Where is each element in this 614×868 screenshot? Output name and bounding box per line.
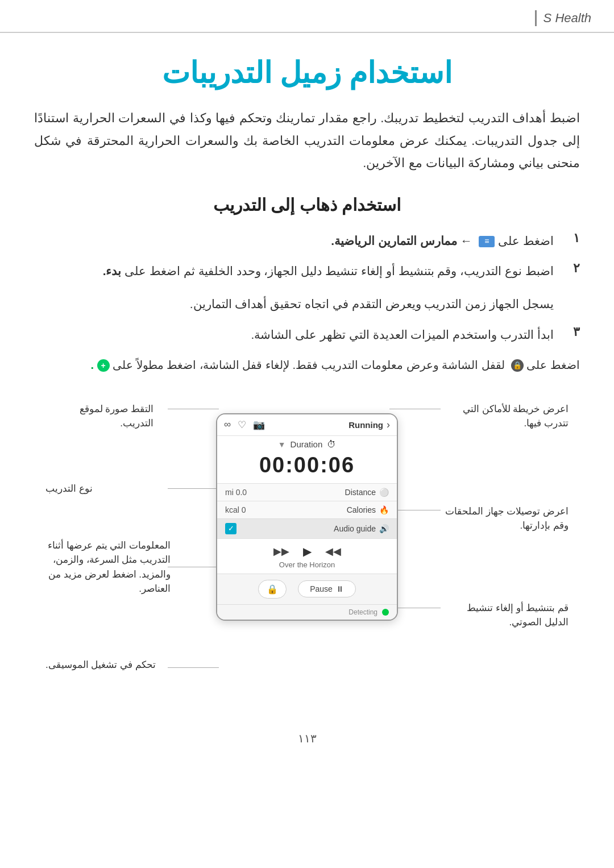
audio-guide-row: 🔊 Audio guide ✓ — [217, 518, 397, 538]
step-2: ٢ اضبط نوع التدريب، وقم بتنشيط أو إلغاء … — [34, 261, 580, 314]
line-left-music — [168, 667, 219, 668]
step-1-text: اضغط على ← ممارس التمارين الرياضية. — [331, 231, 554, 251]
page-number: ١١٣ — [34, 720, 580, 751]
lock-button[interactable]: 🔒 — [258, 580, 287, 599]
annotation-right-check: قم بتنشيط أو إلغاء تنشيط الدليل الصوتي. — [455, 601, 569, 630]
annotation-right-mid: اعرض توصيلات جهاز الملحقات وقم بإدارتها. — [438, 504, 569, 533]
audio-label: 🔊 Audio guide — [334, 524, 389, 533]
diagram-area: اعرض خريطة للأماكن التي تتدرب فيها. اعرض… — [34, 391, 580, 709]
line-left-info — [168, 567, 219, 567]
topbar-icons: 📷 ♡ ∞ — [224, 419, 265, 431]
stat-distance: ⚪ Distance 0.0 mi — [217, 483, 397, 501]
audio-icon: 🔊 — [379, 524, 389, 533]
line-left-type — [168, 488, 219, 489]
main-title: استخدام زميل التدريبات — [34, 56, 580, 90]
topbar-title: Running — [349, 420, 383, 430]
duration-label[interactable]: Duration — [291, 439, 323, 449]
header-title: S Health — [544, 11, 591, 26]
annotation-right-top: اعرض خريطة للأماكن التي تتدرب فيها. — [438, 402, 569, 431]
detecting-text: Detecting — [349, 608, 377, 616]
topbar-left: ‹ Running — [349, 419, 390, 431]
step-3: ٣ ابدأ التدرب واستخدم الميزات العديدة ال… — [34, 325, 580, 345]
distance-text: Distance — [345, 488, 376, 497]
duration-arrow[interactable]: ▼ — [278, 440, 286, 449]
audio-checkbox[interactable]: ✓ — [225, 523, 237, 534]
distance-value: 0.0 mi — [225, 488, 247, 497]
next-track-button[interactable]: ▶▶ — [273, 545, 289, 558]
step-3-number: ٣ — [563, 325, 580, 339]
line-right-top — [389, 409, 441, 409]
annotation-left-music: تحكم في تشغيل الموسيقى. — [45, 658, 156, 672]
calories-value: 0 kcal — [225, 505, 246, 514]
song-name: Over the Horizon — [217, 560, 397, 574]
bullet-icon: + — [97, 359, 110, 372]
step-2-sub: يسجل الجهاز زمن التدريب ويعرض التقدم في … — [34, 294, 580, 314]
detecting-dot — [382, 609, 389, 616]
bottom-controls: ⏸ Pause 🔒 — [217, 574, 397, 604]
distance-label: ⚪ Distance — [345, 488, 389, 497]
music-controls: ◀◀ ▶ ▶▶ — [217, 538, 397, 560]
distance-icon: ⚪ — [379, 488, 389, 497]
clock-icon: ⏱ — [327, 439, 336, 450]
calories-text: Calories — [347, 505, 376, 514]
step-1: ١ اضغط على ← ممارس التمارين الرياضية. — [34, 231, 580, 251]
note-line: اضغط على لقفل الشاشة وعرض معلومات التدري… — [34, 355, 580, 375]
pause-button[interactable]: ⏸ Pause — [298, 580, 356, 597]
page-content: استخدام زميل التدريبات اضبط أهداف التدري… — [0, 33, 614, 774]
stat-calories: 🔥 Calories 0 kcal — [217, 501, 397, 518]
share-icon[interactable]: ∞ — [224, 419, 231, 431]
intro-paragraph: اضبط أهداف التدريب لتخطيط تدريبك. راجع م… — [34, 107, 580, 175]
calories-icon: 🔥 — [379, 505, 389, 514]
lock-icon — [511, 359, 524, 372]
step-2-main: اضبط نوع التدريب، وقم بتنشيط أو إلغاء تن… — [103, 261, 554, 281]
back-icon[interactable]: ‹ — [387, 419, 390, 431]
annotation-left-type: نوع التدريب — [45, 481, 93, 496]
detecting-bar: Detecting — [217, 604, 397, 620]
line-left-pic — [168, 409, 219, 409]
phone-topbar: ‹ Running 📷 ♡ ∞ — [217, 414, 397, 436]
phone-screen: ‹ Running 📷 ♡ ∞ ⏱ Duration ▼ 00:0 — [216, 413, 398, 621]
step-3-text: ابدأ التدرب واستخدم الميزات العديدة التي… — [251, 325, 554, 345]
step-2-number: ٢ — [563, 261, 580, 276]
favorite-icon[interactable]: ♡ — [238, 419, 246, 431]
header-divider — [535, 10, 537, 26]
play-button[interactable]: ▶ — [303, 545, 312, 558]
pause-icon: ⏸ — [336, 584, 344, 593]
sub-heading: استخدام ذهاب إلى التدريب — [34, 195, 580, 215]
page-header: S Health — [0, 0, 614, 33]
note-period: . — [90, 359, 94, 371]
calories-label: 🔥 Calories — [347, 505, 389, 514]
annotation-left-pic: التقط صورة لموقع التدريب. — [45, 402, 154, 431]
camera-icon[interactable]: 📷 — [253, 419, 265, 431]
phone-mockup: ‹ Running 📷 ♡ ∞ ⏱ Duration ▼ 00:0 — [216, 413, 398, 621]
prev-track-button[interactable]: ◀◀ — [325, 545, 341, 558]
annotation-left-info: المعلومات التي يتم عرضها أثناء التدريب م… — [45, 538, 171, 596]
pause-label: Pause — [310, 584, 333, 593]
audio-text: Audio guide — [334, 524, 376, 533]
duration-row: ⏱ Duration ▼ — [217, 436, 397, 451]
timer-display: 00:00:06 — [217, 451, 397, 483]
menu-icon — [479, 236, 495, 247]
step-1-number: ١ — [563, 231, 580, 246]
